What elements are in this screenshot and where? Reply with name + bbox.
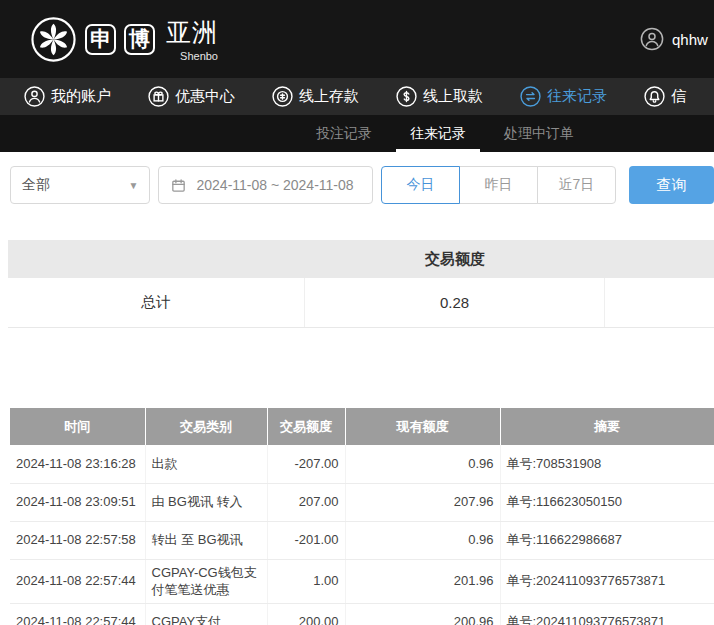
cell-time: 2024-11-08 23:16:28 xyxy=(10,445,145,483)
nav-item-transfer-records[interactable]: 往来记录 xyxy=(520,86,607,107)
cell-type: 转出 至 BG视讯 xyxy=(145,521,267,559)
cell-memo: 单号:202411093776573871 xyxy=(500,559,714,603)
user-icon xyxy=(24,86,45,107)
summary-total-label: 总计 xyxy=(8,278,305,327)
type-select[interactable]: 全部 ▼ xyxy=(10,166,150,204)
type-select-value: 全部 xyxy=(22,176,50,194)
nav-label: 线上取款 xyxy=(423,87,483,106)
table-row: 2024-11-08 22:57:58 转出 至 BG视讯 -201.00 0.… xyxy=(10,521,714,559)
search-button[interactable]: 查询 xyxy=(629,166,714,204)
nav-item-messages[interactable]: 信 xyxy=(644,86,686,107)
tab-transfer-records[interactable]: 往来记录 xyxy=(396,115,480,152)
cell-memo: 单号:116623050150 xyxy=(500,483,714,521)
chevron-down-icon: ▼ xyxy=(129,180,139,191)
cell-balance: 0.96 xyxy=(345,521,500,559)
quick-date-buttons: 今日 昨日 近7日 xyxy=(381,166,616,204)
withdraw-dollar-icon xyxy=(396,86,417,107)
transfer-records-icon xyxy=(520,86,541,107)
summary-header-spacer-right xyxy=(605,240,714,278)
filter-bar: 全部 ▼ 2024-11-08 ~ 2024-11-08 今日 昨日 近7日 查… xyxy=(10,166,714,204)
table-row: 2024-11-08 22:57:44 CGPAY-CG钱包支付笔笔送优惠 1.… xyxy=(10,559,714,603)
table-row: 2024-11-08 23:16:28 出款 -207.00 0.96 单号:7… xyxy=(10,445,714,483)
summary-total-value: 0.28 xyxy=(305,278,605,327)
col-header-amount: 交易额度 xyxy=(267,408,345,445)
cell-type: 由 BG视讯 转入 xyxy=(145,483,267,521)
brand-char-bo: 博 xyxy=(124,24,155,55)
nav-item-deposit[interactable]: 线上存款 xyxy=(272,86,359,107)
cell-time: 2024-11-08 22:57:44 xyxy=(10,559,145,603)
summary-header-spacer xyxy=(8,240,305,278)
cell-type: CGPAY-CG钱包支付笔笔送优惠 xyxy=(145,559,267,603)
nav-label: 优惠中心 xyxy=(175,87,235,106)
cell-memo: 单号:708531908 xyxy=(500,445,714,483)
summary-total-row: 总计 0.28 xyxy=(8,278,714,328)
table-row: 2024-11-08 23:09:51 由 BG视讯 转入 207.00 207… xyxy=(10,483,714,521)
summary-header-amount: 交易额度 xyxy=(305,240,605,278)
main-nav: 我的账户 优惠中心 线上存款 线上取款 往来记录 xyxy=(0,78,714,115)
nav-label: 信 xyxy=(671,87,686,106)
brand-char-shen: 申 xyxy=(85,24,116,55)
calendar-icon xyxy=(170,177,187,194)
brand-region-label: 亚洲 xyxy=(166,16,218,49)
nav-item-promotions[interactable]: 优惠中心 xyxy=(148,86,235,107)
brand-region-block: 亚洲 Shenbo xyxy=(166,16,218,62)
tab-label: 处理中订单 xyxy=(504,125,574,143)
yesterday-button[interactable]: 昨日 xyxy=(459,166,538,204)
summary-header-row: 交易额度 xyxy=(8,240,714,278)
date-range-value: 2024-11-08 ~ 2024-11-08 xyxy=(196,177,353,193)
cell-type: CGPAY支付 xyxy=(145,603,267,625)
flower-logo-icon xyxy=(30,16,77,63)
brand-logo[interactable]: 申 博 亚洲 Shenbo xyxy=(30,16,218,63)
brand-subtitle: Shenbo xyxy=(166,50,218,62)
bell-icon xyxy=(644,86,665,107)
cell-type: 出款 xyxy=(145,445,267,483)
nav-label: 往来记录 xyxy=(547,87,607,106)
tab-bet-records[interactable]: 投注记录 xyxy=(302,115,386,152)
col-header-time: 时间 xyxy=(10,408,145,445)
deposit-coin-icon xyxy=(272,86,293,107)
cell-balance: 201.96 xyxy=(345,559,500,603)
summary-empty-cell xyxy=(605,278,714,327)
record-tabs: 投注记录 往来记录 处理中订单 xyxy=(0,115,714,152)
nav-label: 线上存款 xyxy=(299,87,359,106)
records-section: 时间 交易类别 交易额度 现有额度 摘要 2024-11-08 23:16:28… xyxy=(10,408,714,625)
today-button[interactable]: 今日 xyxy=(381,166,460,204)
cell-time: 2024-11-08 22:57:44 xyxy=(10,603,145,625)
cell-time: 2024-11-08 23:09:51 xyxy=(10,483,145,521)
cell-balance: 207.96 xyxy=(345,483,500,521)
user-area[interactable]: qhhw xyxy=(640,27,708,51)
nav-item-my-account[interactable]: 我的账户 xyxy=(24,86,111,107)
cell-amount: 200.00 xyxy=(267,603,345,625)
table-row: 2024-11-08 22:57:44 CGPAY支付 200.00 200.9… xyxy=(10,603,714,625)
cell-balance: 200.96 xyxy=(345,603,500,625)
last7days-button[interactable]: 近7日 xyxy=(537,166,616,204)
tab-pending-orders[interactable]: 处理中订单 xyxy=(490,115,588,152)
tab-label: 往来记录 xyxy=(410,125,466,143)
cell-memo: 单号:202411093776573871 xyxy=(500,603,714,625)
col-header-balance: 现有额度 xyxy=(345,408,500,445)
top-header: 申 博 亚洲 Shenbo qhhw xyxy=(0,0,714,78)
username: qhhw xyxy=(672,31,708,48)
date-range-input[interactable]: 2024-11-08 ~ 2024-11-08 xyxy=(158,166,372,204)
cell-amount: -201.00 xyxy=(267,521,345,559)
summary-table: 交易额度 总计 0.28 xyxy=(8,240,714,328)
records-header-row: 时间 交易类别 交易额度 现有额度 摘要 xyxy=(10,408,714,445)
cell-time: 2024-11-08 22:57:58 xyxy=(10,521,145,559)
cell-amount: 1.00 xyxy=(267,559,345,603)
cell-amount: 207.00 xyxy=(267,483,345,521)
records-table: 时间 交易类别 交易额度 现有额度 摘要 2024-11-08 23:16:28… xyxy=(10,408,714,625)
tab-label: 投注记录 xyxy=(316,125,372,143)
cell-amount: -207.00 xyxy=(267,445,345,483)
gift-icon xyxy=(148,86,169,107)
nav-label: 我的账户 xyxy=(51,87,111,106)
nav-item-withdraw[interactable]: 线上取款 xyxy=(396,86,483,107)
cell-balance: 0.96 xyxy=(345,445,500,483)
cell-memo: 单号:116622986687 xyxy=(500,521,714,559)
user-avatar-icon xyxy=(640,27,664,51)
col-header-type: 交易类别 xyxy=(145,408,267,445)
col-header-memo: 摘要 xyxy=(500,408,714,445)
